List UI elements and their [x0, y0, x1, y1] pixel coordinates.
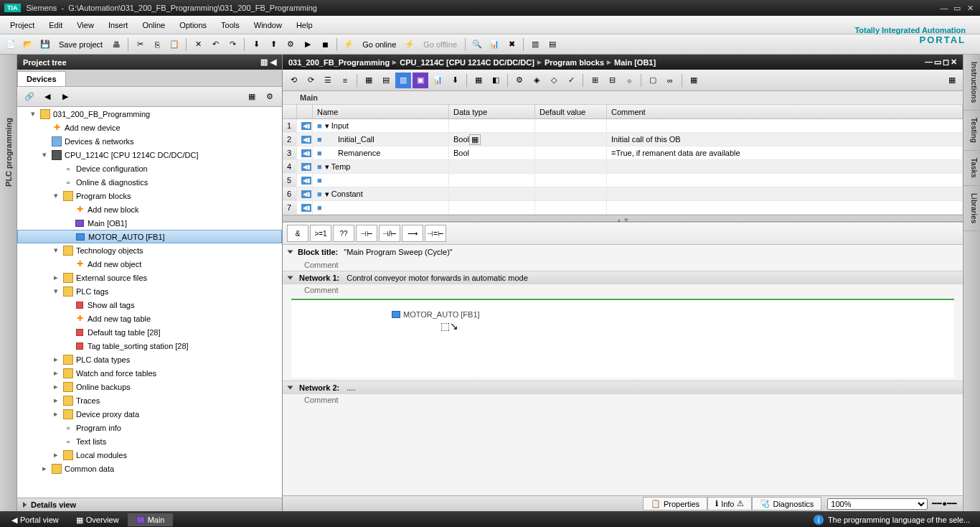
- var-row[interactable]: 3◀▮■ RemanenceBool=True, if remanent dat…: [283, 146, 963, 160]
- tree-item[interactable]: MOTOR_AUTO [FB1]: [17, 230, 282, 243]
- tree-item[interactable]: ▸Traces: [17, 393, 282, 407]
- block-comment[interactable]: Comment: [283, 259, 963, 271]
- minimize-button[interactable]: —: [938, 3, 950, 13]
- et-icon[interactable]: ▥: [395, 73, 411, 88]
- right-tab-tasks[interactable]: Tasks: [963, 151, 980, 186]
- gooffline-icon[interactable]: ⚡: [402, 37, 418, 52]
- et-icon[interactable]: ▦: [361, 73, 377, 88]
- tree-item[interactable]: ▫Program info: [17, 421, 282, 434]
- redo-icon[interactable]: ↷: [225, 37, 240, 52]
- menu-view[interactable]: View: [70, 18, 101, 32]
- menu-window[interactable]: Window: [247, 18, 289, 32]
- var-row[interactable]: 2◀▮■ Initial_CallBool ▦Initial call of t…: [283, 133, 963, 146]
- search-icon[interactable]: 🔍: [469, 37, 485, 52]
- go-online-button[interactable]: Go online: [358, 40, 400, 49]
- pt-fwd-icon[interactable]: ▶: [57, 89, 73, 105]
- tree-item[interactable]: ▸PLC data types: [17, 353, 282, 366]
- lad-button[interactable]: >=1: [310, 225, 331, 242]
- tree-item[interactable]: ▸Watch and force tables: [17, 366, 282, 380]
- right-tab-testing[interactable]: Testing: [963, 111, 980, 151]
- download-icon[interactable]: ⬇: [248, 37, 264, 52]
- network-2-desc[interactable]: ....: [347, 383, 355, 392]
- bc-1[interactable]: CPU_1214C [CPU 1214C DC/DC/DC]: [400, 58, 534, 67]
- et-icon[interactable]: ▦: [686, 73, 702, 88]
- var-row[interactable]: 7◀▮■: [283, 201, 963, 215]
- et-icon[interactable]: ◇: [546, 73, 562, 88]
- tree-item[interactable]: ✚Add new tag table: [17, 312, 282, 325]
- print-icon[interactable]: 🖶: [108, 37, 124, 52]
- menu-options[interactable]: Options: [172, 18, 214, 32]
- save-icon[interactable]: 💾: [37, 37, 53, 52]
- pt-back-icon[interactable]: ◀: [39, 89, 55, 105]
- open-icon[interactable]: 📂: [20, 37, 36, 52]
- bc-2[interactable]: Program blocks: [545, 58, 604, 67]
- tree-item[interactable]: Main [OB1]: [17, 216, 282, 230]
- tree-item[interactable]: ▫Device configuration: [17, 162, 282, 175]
- pt-nav-icon[interactable]: 🔗: [22, 89, 37, 105]
- tree-item[interactable]: Default tag table [28]: [17, 325, 282, 339]
- tree-item[interactable]: ✚Add new object: [17, 257, 282, 271]
- et-icon[interactable]: ⟐: [621, 73, 637, 88]
- col-type[interactable]: Data type: [449, 105, 535, 118]
- et-icon[interactable]: ▢: [645, 73, 661, 88]
- menu-online[interactable]: Online: [135, 18, 172, 32]
- et-icon[interactable]: ⬇: [447, 73, 463, 88]
- tree-item[interactable]: ▫Text lists: [17, 434, 282, 448]
- right-tab-instructions[interactable]: Instructions: [963, 55, 980, 111]
- left-strip-label[interactable]: PLC programming: [3, 112, 14, 192]
- bc-0[interactable]: 031_200_FB_Programming: [288, 58, 390, 67]
- tree-item[interactable]: Tag table_sorting station [28]: [17, 339, 282, 353]
- var-row[interactable]: 1◀▮■▾ Input: [283, 119, 963, 133]
- network-1-desc[interactable]: Control conveyor motor forwards in autom…: [347, 274, 528, 282]
- new-icon[interactable]: 📄: [3, 37, 19, 52]
- pt-pin-icon[interactable]: ▥: [260, 57, 268, 67]
- network-1-comment[interactable]: Comment: [283, 284, 963, 296]
- sim-icon[interactable]: ▶: [300, 37, 316, 52]
- et-icon[interactable]: 📊: [430, 73, 446, 88]
- save-project-button[interactable]: Save project: [55, 40, 107, 49]
- lad-button[interactable]: ⊣=⊢: [425, 225, 446, 242]
- split-v-icon[interactable]: ▤: [545, 37, 560, 52]
- et-icon[interactable]: ≡: [337, 73, 353, 88]
- et-icon[interactable]: ☰: [320, 73, 336, 88]
- maximize-button[interactable]: ▭: [951, 3, 963, 13]
- editor-close-icon[interactable]: ✕: [951, 57, 957, 67]
- var-row[interactable]: 4◀▮■▾ Temp: [283, 160, 963, 174]
- et-icon[interactable]: ∞: [662, 73, 678, 88]
- var-row[interactable]: 6◀▮■▾ Constant: [283, 187, 963, 201]
- et-icon[interactable]: ▦: [471, 73, 486, 88]
- goonline-icon[interactable]: ⚡: [341, 37, 357, 52]
- tree-item[interactable]: ▸Device proxy data: [17, 407, 282, 421]
- portal-view-button[interactable]: ◀ Portal view: [3, 513, 67, 527]
- et-expand-icon[interactable]: ▦: [944, 73, 960, 88]
- menu-edit[interactable]: Edit: [42, 18, 70, 32]
- menu-project[interactable]: Project: [3, 18, 42, 32]
- et-icon[interactable]: ⊟: [604, 73, 620, 88]
- lad-button[interactable]: ⟶: [402, 225, 423, 242]
- tree-item[interactable]: ▾PLC tags: [17, 284, 282, 298]
- tree-item[interactable]: ✚Add new block: [17, 202, 282, 216]
- lad-button[interactable]: ⊣⊢: [356, 225, 377, 242]
- tree-item[interactable]: ▸Local modules: [17, 448, 282, 462]
- devices-tab[interactable]: Devices: [17, 71, 66, 86]
- overview-tab[interactable]: ▦ Overview: [67, 513, 128, 527]
- tree-item[interactable]: ▫Online & diagnostics: [17, 175, 282, 189]
- delete-icon[interactable]: ✕: [190, 37, 206, 52]
- menu-insert[interactable]: Insert: [101, 18, 136, 32]
- et-icon[interactable]: ◈: [529, 73, 545, 88]
- stop-icon[interactable]: ⏹: [317, 37, 333, 52]
- menu-help[interactable]: Help: [289, 18, 320, 32]
- paste-icon[interactable]: 📋: [166, 37, 182, 52]
- go-offline-button[interactable]: Go offline: [419, 40, 461, 49]
- undo-icon[interactable]: ↶: [207, 37, 223, 52]
- splitter[interactable]: ▴ ▾: [283, 215, 963, 222]
- col-default[interactable]: Default value: [535, 105, 607, 118]
- cross-ref-icon[interactable]: ✖: [504, 37, 519, 52]
- et-icon[interactable]: ⊞: [587, 73, 603, 88]
- tree-item[interactable]: ▾CPU_1214C [CPU 1214C DC/DC/DC]: [17, 148, 282, 162]
- et-icon[interactable]: ✓: [563, 73, 579, 88]
- tree-item[interactable]: ▾031_200_FB_Programming: [17, 107, 282, 121]
- right-tab-libraries[interactable]: Libraries: [963, 186, 980, 231]
- tree-item[interactable]: ▸Online backups: [17, 380, 282, 393]
- pt-opt-icon[interactable]: ⚙: [262, 89, 278, 105]
